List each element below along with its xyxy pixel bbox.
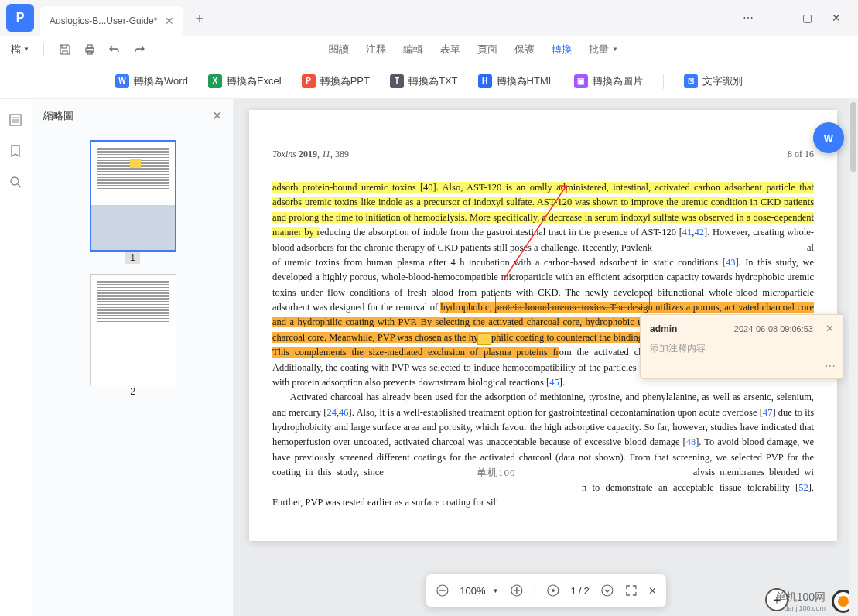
file-menu[interactable]: 檔 ▼ — [11, 43, 29, 56]
record-sub: danji100.com — [775, 604, 826, 612]
menu-read[interactable]: 閱讀 — [329, 43, 349, 56]
tab-title: Auslogics-B...User-Guide* — [50, 15, 157, 26]
thumb-page-number: 2 — [125, 385, 140, 398]
convert-fab-button[interactable]: W — [813, 122, 844, 153]
ocr-icon: ⊡ — [684, 74, 698, 88]
convert-image-button[interactable]: ▣轉換為圖片 — [574, 74, 643, 88]
note-icon — [130, 159, 141, 168]
menu-convert[interactable]: 轉換 — [552, 43, 572, 56]
thumbnails-icon[interactable] — [9, 113, 24, 128]
close-tab-icon[interactable]: ✕ — [165, 15, 174, 27]
maximize-icon[interactable]: ▢ — [799, 10, 815, 26]
html-icon: H — [478, 74, 492, 88]
word-icon: W — [115, 74, 129, 88]
convert-ppt-button[interactable]: P轉換為PPT — [302, 74, 370, 88]
menu-edit[interactable]: 編輯 — [403, 43, 423, 56]
close-window-icon[interactable]: ✕ — [829, 10, 844, 26]
svg-line-8 — [18, 184, 21, 187]
convert-excel-button[interactable]: X轉換為Excel — [208, 74, 282, 88]
page-header-left: Toxins 2019, 11, 389 — [272, 149, 349, 160]
zoom-in-button[interactable] — [510, 583, 524, 597]
ocr-button[interactable]: ⊡文字識別 — [684, 74, 743, 88]
chevron-down-icon: ▼ — [493, 587, 499, 594]
menu-annotate[interactable]: 注釋 — [366, 43, 386, 56]
document-tab[interactable]: Auslogics-B...User-Guide* ✕ — [40, 6, 183, 36]
txt-icon: T — [390, 74, 404, 88]
sticky-note-icon[interactable] — [477, 333, 491, 345]
zoom-out-button[interactable] — [435, 583, 449, 597]
thumb-page-number: 1 — [125, 252, 140, 264]
chevron-down-icon: ▼ — [23, 46, 29, 53]
save-icon[interactable] — [58, 43, 72, 56]
record-label: 单机100网 — [775, 590, 826, 604]
annotation-popup: admin 2024-06-08 09:06:53 ✕ 添加注釋内容 ⋯ — [640, 314, 844, 379]
close-toolbar-button[interactable]: ✕ — [648, 585, 657, 597]
left-icon-bar — [0, 99, 32, 616]
thumbnail-panel-title: 縮略圖 — [43, 109, 73, 123]
new-tab-button[interactable]: ＋ — [188, 6, 211, 29]
read-mode-button[interactable] — [600, 583, 614, 597]
print-icon[interactable] — [83, 43, 97, 56]
svg-point-16 — [552, 589, 555, 592]
thumbnail-page-2[interactable] — [90, 274, 176, 385]
svg-point-17 — [602, 585, 613, 596]
ppt-icon: P — [302, 74, 316, 88]
app-logo-icon: P — [6, 4, 34, 32]
excel-icon: X — [208, 74, 222, 88]
convert-word-button[interactable]: W轉換為Word — [115, 74, 188, 88]
svg-rect-1 — [87, 45, 92, 48]
chevron-down-icon: ▼ — [612, 46, 618, 53]
svg-point-7 — [11, 177, 19, 185]
menu-bar: 檔 ▼ 閱讀 注釋 編輯 表單 頁面 保護 轉換 批量▼ — [0, 36, 858, 63]
vertical-scrollbar[interactable] — [849, 99, 858, 616]
fullscreen-button[interactable] — [625, 584, 638, 597]
menu-batch[interactable]: 批量▼ — [589, 43, 618, 56]
thumbnail-page-1[interactable] — [90, 140, 176, 252]
svg-rect-2 — [87, 51, 92, 54]
convert-html-button[interactable]: H轉換為HTML — [478, 74, 554, 88]
close-panel-icon[interactable]: ✕ — [212, 108, 222, 123]
more-icon[interactable]: ⋯ — [740, 10, 756, 26]
watermark-text: 单机100 — [477, 466, 516, 480]
conversion-toolbar: W轉換為Word X轉換為Excel P轉換為PPT T轉換為TXT H轉換為H… — [0, 63, 858, 99]
menu-form[interactable]: 表單 — [440, 43, 460, 56]
svg-line-9 — [504, 186, 566, 279]
document-area[interactable]: Toxins 2019, 11, 389 8 of 16 adsorb prot… — [234, 99, 858, 616]
annotation-rectangle[interactable] — [495, 293, 650, 308]
popup-timestamp: 2024-06-08 09:06:53 — [734, 324, 813, 334]
image-icon: ▣ — [574, 74, 588, 88]
page-header-right: 8 of 16 — [788, 149, 814, 160]
page-indicator[interactable]: 1 / 2 — [571, 585, 590, 597]
zoom-level[interactable]: 100%▼ — [460, 585, 498, 597]
menu-page[interactable]: 頁面 — [477, 43, 497, 56]
bottom-toolbar: 100%▼ 1 / 2 ✕ — [426, 574, 665, 607]
menu-protect[interactable]: 保護 — [514, 43, 535, 56]
close-popup-icon[interactable]: ✕ — [826, 323, 834, 334]
popup-username: admin — [650, 323, 677, 334]
popup-placeholder[interactable]: 添加注釋内容 — [650, 342, 834, 355]
bookmark-icon[interactable] — [9, 144, 24, 159]
title-bar: P Auslogics-B...User-Guide* ✕ ＋ ⋯ — ▢ ✕ — [0, 0, 858, 36]
search-icon[interactable] — [9, 175, 24, 190]
record-badge: 单机100网 danji100.com — [775, 590, 855, 613]
undo-icon[interactable] — [108, 43, 121, 56]
minimize-icon[interactable]: — — [770, 10, 785, 26]
convert-txt-button[interactable]: T轉換為TXT — [390, 74, 458, 88]
fit-page-button[interactable] — [546, 583, 560, 597]
thumbnail-panel: 縮略圖 ✕ 1 2 — [32, 99, 234, 616]
redo-icon[interactable] — [132, 43, 146, 56]
popup-menu-icon[interactable]: ⋯ — [825, 360, 836, 372]
